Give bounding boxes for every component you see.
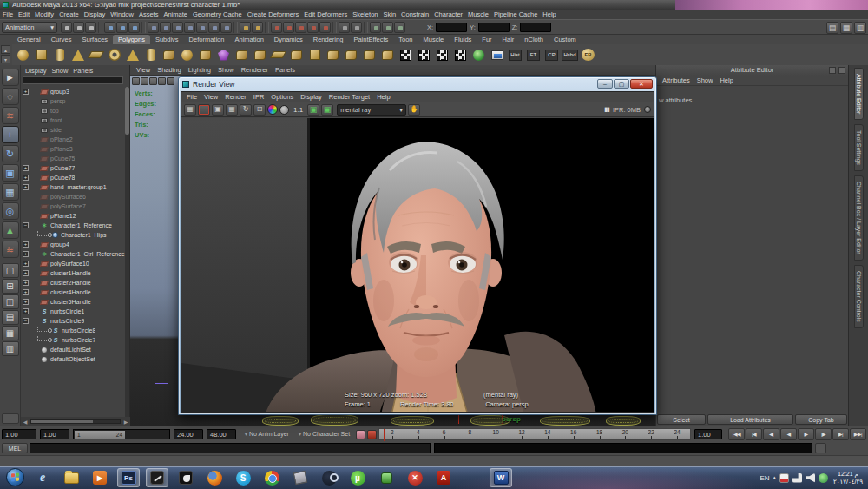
- pan-zoom-button[interactable]: ⊞: [253, 104, 266, 116]
- shelf-tab-rendering[interactable]: Rendering: [308, 35, 349, 44]
- network-icon[interactable]: [792, 473, 802, 483]
- render-view-menu-render-target[interactable]: Render Target: [326, 93, 372, 101]
- taskbar-photoshop[interactable]: Ps: [117, 468, 140, 487]
- outliner-item-hand-master-group1[interactable]: +hand_master:group1: [21, 182, 125, 192]
- outliner-item-character1-hips[interactable]: Character1_Hips: [21, 230, 125, 240]
- time-slider[interactable]: 24681012141618202224: [378, 428, 691, 440]
- shelf-tab-polygons[interactable]: Polygons: [113, 35, 150, 44]
- outliner-menu-display[interactable]: Display: [23, 67, 49, 75]
- volume-icon[interactable]: [806, 473, 815, 483]
- menu-muscle[interactable]: Muscle: [465, 10, 491, 19]
- tray-app-icon[interactable]: [819, 473, 828, 483]
- tray-expand-icon[interactable]: ▴: [773, 474, 777, 481]
- shelf-icon-hist[interactable]: Hist: [506, 46, 524, 64]
- status-icon-button[interactable]: [283, 22, 294, 33]
- shelf-menu-arrow-up[interactable]: ▴: [1, 45, 10, 54]
- taskbar-internet-explorer[interactable]: e: [31, 468, 54, 487]
- status-icon-button[interactable]: [339, 22, 350, 33]
- taskbar-dark-app[interactable]: [174, 468, 197, 487]
- shelf-tab-animation[interactable]: Animation: [229, 35, 268, 44]
- outliner-item-pcube75[interactable]: pCube75: [21, 154, 125, 163]
- render-view-title-bar[interactable]: Render View – ▢ ✕: [179, 77, 656, 90]
- select-tool[interactable]: ►: [2, 69, 19, 86]
- outliner-item-cluster4handle[interactable]: +cluster4Handle: [21, 287, 125, 297]
- step-forward-key-button[interactable]: |▶: [815, 428, 832, 440]
- step-back-key-button[interactable]: ◀|: [763, 428, 779, 440]
- menu-create-deformers[interactable]: Create Deformers: [245, 10, 302, 19]
- ipr-render-button[interactable]: ▦: [226, 104, 238, 116]
- layout-button-3[interactable]: ◫: [2, 294, 19, 309]
- shelf-icon-plane[interactable]: [269, 46, 287, 64]
- shelf-icon-cyl[interactable]: [50, 46, 69, 64]
- panel-toggle-button-3[interactable]: ▥: [854, 22, 866, 34]
- expand-toggle-icon[interactable]: +: [23, 241, 29, 248]
- menu-create[interactable]: Create: [56, 10, 82, 19]
- shelf-icon-fb[interactable]: FB: [579, 46, 597, 64]
- go-to-start-button[interactable]: |◀◀: [728, 428, 745, 440]
- outliner-item-group4[interactable]: +group4: [21, 240, 125, 249]
- side-tab-character-controls[interactable]: Character Controls: [854, 265, 864, 328]
- shelf-icon-checker[interactable]: [451, 46, 470, 64]
- taskbar-red-app[interactable]: ✕: [404, 468, 426, 487]
- scrollbar-track[interactable]: [30, 419, 121, 424]
- outliner-item-polysurface6[interactable]: polySurface6: [21, 192, 125, 202]
- shelf-icon-tool[interactable]: [324, 46, 342, 64]
- taskbar-utility-app[interactable]: [289, 468, 312, 487]
- taskbar-steam[interactable]: [318, 468, 340, 487]
- viewport-icon-button[interactable]: [141, 77, 148, 85]
- taskbar-chrome[interactable]: [260, 468, 283, 487]
- outliner-search-input[interactable]: [23, 76, 123, 84]
- viewport-menu-renderer[interactable]: Renderer: [239, 66, 271, 74]
- script-editor-button[interactable]: [815, 443, 826, 453]
- taskbar-winrar[interactable]: [461, 468, 483, 487]
- playback-end-field[interactable]: 24.00: [174, 429, 203, 439]
- status-icon-button[interactable]: [85, 22, 96, 33]
- outliner-item-pplane2[interactable]: pPlane2: [21, 135, 125, 144]
- shelf-icon-tool[interactable]: [160, 46, 178, 64]
- menu-skin[interactable]: Skin: [380, 10, 398, 19]
- command-line-mode-button[interactable]: MEL: [2, 443, 28, 453]
- shelf-tab-subdivs[interactable]: Subdivs: [150, 35, 184, 44]
- shelf-icon-ft[interactable]: FT: [524, 46, 542, 64]
- outliner-menu-panels[interactable]: Panels: [71, 67, 95, 75]
- expand-toggle-icon[interactable]: +: [23, 251, 29, 257]
- status-icon-button[interactable]: [196, 22, 207, 33]
- shelf-tab-ncloth[interactable]: nCloth: [519, 35, 549, 44]
- status-icon-button[interactable]: [208, 22, 220, 33]
- outliner-item-defaultobjectset[interactable]: defaultObjectSet: [21, 354, 125, 364]
- status-icon-button[interactable]: [73, 22, 84, 33]
- action-center-icon[interactable]: [779, 473, 789, 483]
- shelf-icon-cone[interactable]: [123, 46, 141, 64]
- rotate-tool[interactable]: ↻: [2, 145, 19, 162]
- status-icon-button[interactable]: [128, 22, 140, 33]
- shelf-icon-gem[interactable]: [214, 46, 233, 64]
- shelf-icon-cone[interactable]: [69, 46, 87, 64]
- outliner-item-nurbscircle7[interactable]: SnurbsCircle7: [21, 335, 125, 345]
- shelf-tab-dynamics[interactable]: Dynamics: [269, 35, 308, 44]
- menu-edit-deformers[interactable]: Edit Deformers: [301, 10, 350, 19]
- soft-mod-tool[interactable]: ◎: [2, 202, 19, 220]
- remove-image-button[interactable]: ▣: [321, 104, 333, 116]
- rgb-channels-icon[interactable]: [267, 104, 278, 115]
- outliner-item-pplane3[interactable]: pPlane3: [21, 144, 125, 154]
- z-input[interactable]: [520, 23, 551, 32]
- status-icon-button[interactable]: [220, 22, 232, 33]
- expand-toggle-icon[interactable]: +: [23, 261, 29, 267]
- outliner-menu-show[interactable]: Show: [50, 67, 70, 75]
- outliner-horizontal-scrollbar[interactable]: ◀ ▶: [21, 417, 130, 426]
- range-slider[interactable]: 1 24: [73, 429, 170, 439]
- outliner-item-polysurface7[interactable]: polySurface7: [21, 202, 125, 211]
- expand-toggle-icon[interactable]: −: [23, 318, 29, 324]
- side-tab-attribute-editor[interactable]: Attribute Editor: [854, 68, 864, 120]
- expand-toggle-icon[interactable]: +: [23, 280, 29, 286]
- select-button[interactable]: Select: [657, 414, 706, 425]
- alpha-channel-icon[interactable]: [279, 105, 289, 115]
- menu-help[interactable]: Help: [540, 10, 558, 19]
- maximize-button[interactable]: ▢: [614, 79, 629, 89]
- expand-toggle-icon[interactable]: +: [23, 184, 29, 190]
- taskbar-tablet-app[interactable]: [146, 468, 168, 487]
- side-tab-tool-settings[interactable]: Tool Settings: [854, 124, 864, 171]
- refresh-ipr-button[interactable]: ↻: [240, 104, 252, 116]
- taskbar-firefox[interactable]: [203, 468, 226, 487]
- shelf-icon-tool[interactable]: [378, 46, 397, 64]
